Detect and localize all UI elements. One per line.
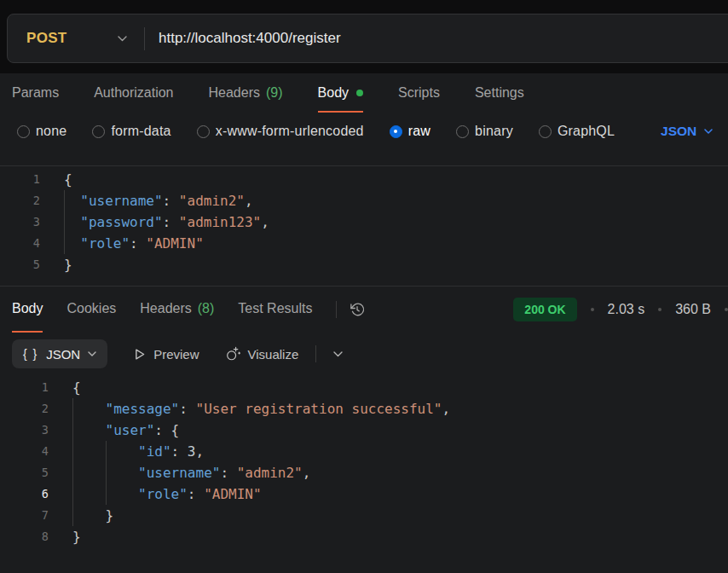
tab-headers[interactable]: Headers(9): [209, 73, 283, 113]
tab-label: Test Results: [238, 301, 312, 316]
code-line: 6"role": "ADMIN": [0, 483, 728, 505]
code-text: }: [49, 505, 113, 526]
toolbar-separator: [315, 345, 316, 362]
indent-guide: [64, 211, 80, 233]
body-mode-graphql[interactable]: GraphQL: [539, 124, 615, 139]
unsaved-dot: [356, 90, 363, 96]
body-mode-options: noneform-datax-www-form-urlencodedrawbin…: [0, 113, 728, 150]
play-icon: [133, 348, 146, 361]
url-input[interactable]: [145, 30, 728, 47]
body-mode-label: x-www-form-urlencoded: [216, 124, 364, 139]
tab-cookies[interactable]: Cookies: [66, 286, 116, 333]
radio-icon: [92, 125, 105, 138]
response-time[interactable]: 2.03 s: [608, 302, 645, 317]
indent-guide: [64, 233, 80, 254]
chevron-down-icon: [704, 129, 713, 134]
response-size[interactable]: 360 B: [675, 302, 711, 317]
tab-label: Params: [12, 85, 59, 101]
line-number: 6: [0, 483, 49, 505]
history-icon[interactable]: [350, 302, 365, 317]
status-badge[interactable]: 200 OK: [513, 298, 576, 321]
meta-separator-dot: [725, 308, 728, 311]
body-mode-x-www-form-urlencoded[interactable]: x-www-form-urlencoded: [197, 124, 364, 139]
tab-body[interactable]: Body: [318, 73, 363, 113]
response-view-chevron[interactable]: [333, 351, 343, 357]
code-line: 1{: [0, 169, 728, 190]
code-line: 2"message": "User registration successfu…: [0, 398, 728, 420]
line-number: 3: [0, 420, 49, 441]
visualize-button[interactable]: Visualize: [225, 346, 299, 362]
tab-authorization[interactable]: Authorization: [94, 73, 173, 113]
code-line: 5}: [0, 254, 728, 275]
tab-count: (9): [266, 85, 283, 101]
radio-selected-icon: [390, 125, 402, 138]
tab-label: Authorization: [94, 85, 173, 101]
request-body-editor[interactable]: 1{2"username": "admin2",3"password": "ad…: [0, 166, 728, 286]
body-mode-label: form-data: [111, 124, 170, 139]
tab-label: Cookies: [66, 301, 116, 316]
raw-language-select[interactable]: JSON: [661, 124, 713, 139]
body-mode-form-data[interactable]: form-data: [92, 124, 170, 139]
line-number: 5: [0, 462, 49, 483]
tab-headers[interactable]: Headers(8): [140, 286, 214, 333]
tab-body[interactable]: Body: [12, 286, 43, 333]
indent-guide: [106, 441, 139, 462]
response-format-label: JSON: [46, 347, 80, 362]
body-mode-binary[interactable]: binary: [456, 124, 513, 139]
code-text: {: [40, 169, 72, 190]
code-text: "user": {: [49, 420, 179, 441]
tab-test-results[interactable]: Test Results: [238, 286, 312, 333]
code-text: "username": "admin2",: [40, 190, 253, 211]
indent-guide: [72, 462, 106, 483]
line-number: 3: [0, 211, 40, 233]
code-line: 4"role": "ADMIN": [0, 233, 728, 254]
response-meta: 200 OK 2.03 s 360 B: [513, 286, 728, 333]
line-number: 8: [0, 526, 49, 547]
tab-count: (8): [198, 301, 215, 316]
code-line: 3"password": "admin123",: [0, 211, 728, 233]
code-text: }: [49, 526, 81, 547]
meta-separator-dot: [591, 308, 594, 311]
tab-scripts[interactable]: Scripts: [398, 73, 440, 113]
method-label: POST: [26, 30, 67, 47]
method-selector[interactable]: POST: [8, 30, 144, 47]
body-mode-label: GraphQL: [558, 124, 615, 139]
line-number: 2: [0, 190, 40, 211]
body-mode-none[interactable]: none: [17, 124, 66, 139]
indent-guide: [72, 420, 106, 441]
code-line: 4"id": 3,: [0, 441, 728, 462]
code-text: {: [49, 377, 81, 398]
indent-guide: [72, 441, 106, 462]
radio-icon: [17, 125, 30, 138]
tab-label: Body: [318, 85, 349, 101]
indent-guide: [106, 483, 139, 505]
tab-label: Settings: [475, 85, 524, 101]
braces-icon: { }: [23, 347, 38, 361]
line-number: 4: [0, 441, 49, 462]
tab-settings[interactable]: Settings: [475, 73, 524, 113]
preview-button[interactable]: Preview: [133, 347, 199, 362]
response-body-editor[interactable]: 1{2"message": "User registration success…: [0, 375, 728, 547]
tab-label: Body: [12, 301, 43, 316]
url-bar: POST: [7, 14, 728, 63]
app-root: POST ParamsAuthorizationHeaders(9)BodySc…: [0, 0, 728, 547]
radio-icon: [539, 125, 552, 138]
raw-language-label: JSON: [661, 124, 696, 139]
code-text: "role": "ADMIN": [49, 483, 262, 505]
line-number: 1: [0, 169, 40, 190]
response-tabs-row: BodyCookiesHeaders(8)Test Results 200 OK…: [0, 286, 728, 333]
chevron-down-icon: [88, 351, 96, 356]
indent-guide: [72, 505, 106, 526]
tab-label: Headers: [140, 301, 191, 316]
preview-label: Preview: [153, 347, 199, 362]
indent-guide: [64, 190, 80, 211]
request-tabs: ParamsAuthorizationHeaders(9)BodyScripts…: [0, 73, 728, 113]
tab-label: Scripts: [398, 85, 440, 101]
code-line: 8}: [0, 526, 728, 547]
tab-params[interactable]: Params: [12, 73, 59, 113]
code-text: "password": "admin123",: [40, 211, 269, 233]
body-mode-raw[interactable]: raw: [390, 124, 430, 139]
response-format-select[interactable]: { } JSON: [12, 339, 107, 368]
code-line: 1{: [0, 377, 728, 398]
code-line: 2"username": "admin2",: [0, 190, 728, 211]
